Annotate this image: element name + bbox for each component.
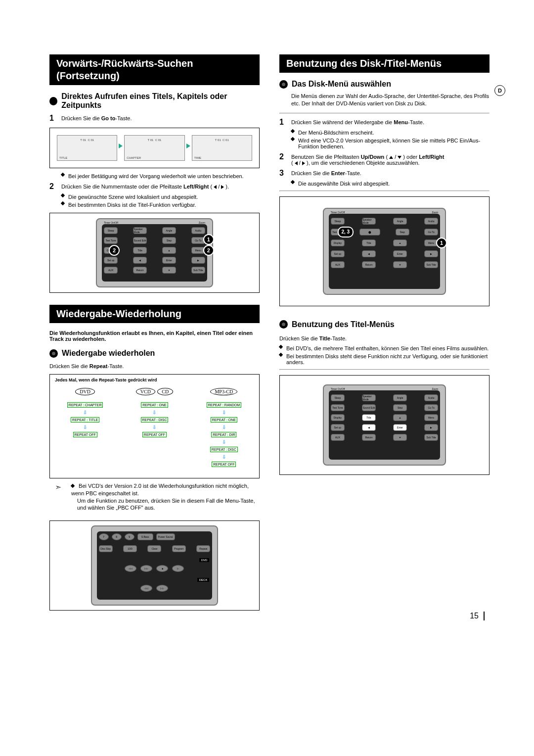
remote-illustration: Timer On/OffZoom SleepSpeaker ModeAngleA…	[323, 208, 446, 295]
subhead-direct-access: Direktes Aufrufen eines Titels, Kapitels…	[61, 92, 260, 110]
r-step-1: 1 Drücken Sie während der Wiedergabe die…	[279, 118, 490, 127]
diamond-icon	[291, 180, 295, 184]
remote-row: Disc Skip 10/0 Clear Program Repeat	[99, 545, 211, 552]
press-repeat: Drücken Sie die Repeat-Taste.	[49, 363, 260, 370]
bullet-icon	[279, 320, 288, 329]
repeat-box-title: Jedes Mal, wenn die Repeat-Taste gedrück…	[55, 378, 254, 382]
figure-remote-3: Timer On/OffZoom SleepSpeaker ModeAngleA…	[279, 196, 490, 306]
panel-chapter: T 01 C 01 CHAPTER	[124, 135, 184, 161]
repeat-intro: Die Wiederholungsfunktion erlaubt es Ihn…	[49, 330, 260, 342]
diamond-icon	[291, 129, 295, 133]
step-1: 1 Drücken Sie die Go to-Taste.	[49, 114, 260, 123]
remote-row: Test ToneSound EditStepGo To	[104, 237, 205, 244]
r-step-2: 2 Benutzen Sie die Pfeiltasten Up/Down (…	[279, 152, 490, 166]
subsection-title-menu: Benutzung des Titel-Menüs	[279, 320, 490, 329]
figure-remote-2: 7 8 9 S.Bass Power Sound Disc Skip 10/0 …	[49, 520, 260, 611]
pbc-note: ➣ Bei VCD's der Version 2.0 ist die Wied…	[49, 482, 260, 512]
subsection-direct-access: Direktes Aufrufen eines Titels, Kapitels…	[49, 92, 260, 110]
title-line1: Vorwärts-/Rückwärts-Suchen	[56, 58, 193, 69]
callout-marker-2b: 2	[203, 245, 214, 256]
remote-row: 7 8 9 S.Bass Power Sound	[99, 533, 211, 540]
dvd-label: DVD	[199, 558, 210, 562]
diamond-icon	[61, 193, 65, 197]
step-1-text: Drücken Sie die Go to-Taste.	[61, 114, 260, 121]
bullet-icon	[49, 349, 58, 358]
callout-marker-1: 1	[203, 234, 214, 245]
remote-illustration: Timer On/OffZoom SleepSpeaker ModeAngleA…	[323, 384, 446, 466]
step-list-1: 1 Drücken Sie die Go to-Taste.	[49, 114, 260, 123]
title-d1: Bei DVD's, die mehrere Titel enthalten, …	[279, 345, 490, 351]
bullet-icon	[279, 80, 288, 89]
r-s1-d1: Der Menü-Bildschirm erscheint.	[291, 130, 490, 136]
disc-menu-intro: Die Menüs dienen zur Wahl der Audio-Spra…	[291, 93, 490, 108]
callout-marker-23: 2, 3	[338, 227, 354, 237]
figure-remote-1: Timer On/OffZoom SleepSpeaker ModeAngleA…	[49, 213, 260, 293]
divider	[279, 369, 490, 370]
diamond-icon	[291, 137, 295, 141]
figure-repeat-modes: Jedes Mal, wenn die Repeat-Taste gedrück…	[49, 374, 260, 478]
subhead-repeat: Wiedergabe wiederholen	[62, 349, 155, 358]
remote-row: Set up◀Enter▶	[104, 257, 205, 264]
step-number: 1	[49, 114, 56, 123]
divider	[279, 190, 490, 191]
diamond-icon	[71, 484, 75, 488]
diamond-icon	[61, 173, 65, 177]
remote-illustration: Timer On/OffZoom SleepSpeaker ModeAngleA…	[96, 218, 213, 287]
section-title-disc-menu: Benutzung des Disk-/Titel-Menüs	[279, 54, 490, 73]
callout-marker-1: 1	[436, 237, 447, 248]
repeat-col-vcd-cd: VCD CD REPEAT : ONE⇩ REPEAT : DISC⇩ REPE…	[124, 386, 184, 469]
section-title-repeat: Wiedergabe-Wiederholung	[49, 305, 260, 323]
subsection-repeat: Wiedergabe wiederholen	[49, 349, 260, 358]
remote-illustration: 7 8 9 S.Bass Power Sound Disc Skip 10/0 …	[91, 525, 219, 606]
arrow-icon	[186, 143, 190, 148]
step-2: 2 Drücken Sie die Nummerntaste oder die …	[49, 182, 260, 191]
title-line2: (Fortsetzung)	[56, 70, 120, 81]
note-arrow-icon: ➣	[49, 482, 66, 512]
right-column: Benutzung des Disk-/Titel-Menüs Das Disk…	[279, 54, 490, 615]
subhead-disc-menu: Das Disk-Menü auswählen	[292, 80, 391, 89]
title-d2: Bei bestimmten Disks steht diese Funktio…	[279, 353, 490, 365]
panel-time: T 01 C 01 TIME	[192, 135, 252, 161]
note-loop: Bei jeder Betätigung wird der Vorgang wi…	[61, 173, 260, 179]
r-s3-d1: Die ausgewählte Disk wird abgespielt.	[291, 181, 490, 187]
disc-label-cd: CD	[157, 388, 173, 395]
remote-row: AUXReturn▼Sub Title	[104, 267, 205, 274]
deck-label: DECK	[197, 578, 210, 582]
repeat-col-mp3: MP3-CD REPEAT : RANDOM⇩ REPEAT : ONE⇩ RE…	[194, 386, 254, 469]
remote-row: SleepSpeaker ModeAngleAudio	[104, 227, 205, 234]
callout-marker-2a: 2	[109, 245, 120, 256]
diamond-icon	[279, 344, 283, 348]
step-number: 2	[49, 182, 56, 191]
language-indicator: D	[494, 85, 505, 96]
arrow-icon	[119, 143, 123, 148]
press-title: Drücken Sie die Title-Taste.	[279, 335, 490, 342]
r-s1-d2: Wird eine VCD-2.0 Version abgespielt, kö…	[291, 138, 490, 149]
subsection-disc-menu: Das Disk-Menü auswählen	[279, 80, 490, 89]
divider	[279, 113, 490, 114]
page-number: 15	[470, 612, 485, 620]
transport-row: ◁◁ ▷▷	[99, 585, 211, 592]
left-column: Vorwärts-/Rückwärts-Suchen (Fortsetzung)…	[49, 54, 260, 615]
step2-d2: Bei bestimmten Disks ist die Titel-Funkt…	[61, 202, 260, 208]
figure-three-osd-panels: T 01 C 01 TITLE T 01 C 01 CHAPTER T 01 C…	[49, 128, 260, 168]
panel-title: T 01 C 01 TITLE	[57, 135, 117, 161]
step2-d1: Die gewünschte Szene wird lokalisiert un…	[61, 194, 260, 200]
disc-label-vcd: VCD	[136, 388, 155, 395]
transport-row: ◁◁ ▷▷ ■ ▷	[99, 565, 211, 572]
figure-remote-4: Timer On/OffZoom SleepSpeaker ModeAngleA…	[279, 375, 490, 475]
diamond-icon	[61, 201, 65, 205]
disc-label-mp3cd: MP3-CD	[210, 388, 237, 395]
bullet-icon	[49, 97, 57, 105]
diamond-icon	[279, 352, 283, 356]
repeat-col-dvd: DVD REPEAT : CHAPTER⇩ REPEAT : TITLE⇩ RE…	[55, 386, 115, 469]
subhead-title-menu: Benutzung des Titel-Menüs	[292, 320, 395, 329]
step-2-text: Drücken Sie die Nummerntaste oder die Pf…	[61, 182, 260, 189]
disc-label-dvd: DVD	[75, 388, 95, 395]
section-title-search: Vorwärts-/Rückwärts-Suchen (Fortsetzung)	[49, 54, 260, 85]
r-step-3: 3 Drücken Sie die Enter-Taste.	[279, 169, 490, 178]
